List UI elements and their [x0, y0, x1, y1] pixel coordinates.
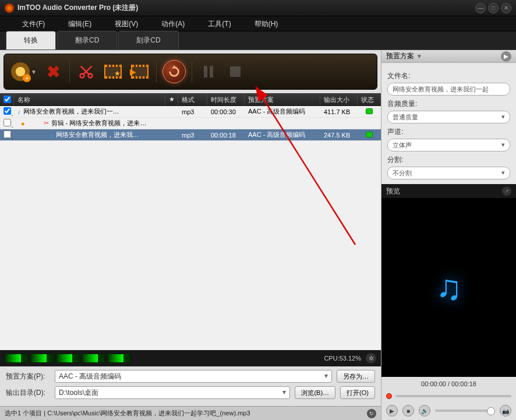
- col-star[interactable]: ★: [165, 93, 178, 105]
- menu-action[interactable]: 动作(A): [150, 16, 196, 31]
- tab-strip: 转换 翻录CD 刻录CD: [0, 31, 516, 50]
- channel-combo[interactable]: 立体声: [387, 139, 510, 151]
- convert-arrow-icon: [168, 65, 181, 78]
- menu-view[interactable]: 视图(V): [103, 16, 150, 31]
- select-all-checkbox[interactable]: [3, 96, 11, 103]
- tab-burn-cd[interactable]: 刻录CD: [118, 31, 178, 50]
- cut-button[interactable]: [76, 61, 97, 82]
- col-format[interactable]: 格式: [178, 93, 207, 105]
- status-text: 选中1 个项目 | C:\Users\pc\Music\网络安全教育视频，进来我…: [5, 409, 250, 418]
- right-panel-body: 文件名: 网络安全教育视频，进来我们一起 音频质量: 普通质量 声道: 立体声 …: [381, 63, 516, 184]
- split-combo[interactable]: 不分割: [387, 167, 510, 179]
- bottom-form: 预置方案(P): AAC - 高级音频编码 另存为… 输出目录(D): D:\t…: [0, 366, 381, 406]
- right-panel-header: 预置方案 ▼ ▶: [381, 50, 516, 63]
- volume-slider[interactable]: [435, 410, 495, 412]
- audio-meter-icon: [56, 354, 79, 363]
- popout-icon[interactable]: ↗: [502, 186, 511, 196]
- profile-combo[interactable]: AAC - 高级音频编码: [55, 370, 332, 383]
- window-title: ImTOO Audio Converter Pro (未注册): [17, 3, 475, 13]
- x-icon: ✖: [47, 62, 60, 82]
- row-checkbox[interactable]: [3, 107, 11, 115]
- row-fmt: mp3: [178, 108, 207, 115]
- row-status: [358, 108, 381, 115]
- browse-button[interactable]: 浏览(B)…: [295, 386, 335, 399]
- profile-label: 预置方案(P):: [6, 372, 50, 382]
- row-name: 网络安全教育视频，进来我们一…: [23, 107, 119, 116]
- chevron-down-icon[interactable]: ▼: [416, 53, 422, 59]
- row-prof: AAC - 高级音频编码: [245, 130, 320, 139]
- audio-meter-icon: [30, 354, 54, 363]
- channel-label: 声道:: [387, 127, 510, 137]
- split-label: 分割:: [387, 155, 510, 165]
- row-checkbox[interactable]: [3, 130, 11, 138]
- filename-label: 文件名:: [387, 71, 510, 81]
- effects-button[interactable]: ★: [103, 61, 123, 82]
- stop-preview-button[interactable]: ■: [402, 405, 414, 417]
- merge-button[interactable]: ▶: [129, 61, 150, 82]
- tab-rip-cd[interactable]: 翻录CD: [57, 31, 117, 50]
- disc-add-icon: [11, 62, 30, 81]
- preview-video[interactable]: ♫: [381, 198, 516, 377]
- col-size[interactable]: 输出大小: [320, 93, 358, 105]
- settings-icon[interactable]: ✲: [366, 353, 376, 363]
- film-star-icon: ★: [104, 65, 122, 79]
- right-panel-title: 预置方案: [386, 51, 414, 61]
- col-duration[interactable]: 时间长度: [207, 93, 245, 105]
- table-row[interactable]: ♪网络安全教育视频，进来我们一…mp300:00:30AAC - 高级音频编码4…: [0, 106, 381, 118]
- table-row[interactable]: ♪网络安全教育视频，进来我…mp300:00:18AAC - 高级音频编码247…: [0, 129, 381, 141]
- scissors-icon: ✂: [44, 119, 49, 127]
- preview-panel: 预览 ↗ ♫ 00:00:00 / 00:00:18 ▶ ■ 🔊 📷: [381, 184, 516, 420]
- col-name[interactable]: 名称: [14, 93, 165, 105]
- pause-button[interactable]: [198, 61, 219, 82]
- table-row[interactable]: ●✂剪辑 - 网络安全教育视频，进来…: [0, 118, 381, 129]
- cpu-usage: CPU:53.12%: [324, 355, 361, 362]
- progress-icon[interactable]: ↻: [367, 409, 376, 418]
- title-bar: ImTOO Audio Converter Pro (未注册) — □ ✕: [0, 0, 516, 16]
- snapshot-button[interactable]: 📷: [500, 405, 511, 417]
- preview-time: 00:00:00 / 00:00:18: [381, 377, 516, 391]
- stop-icon: [230, 66, 241, 77]
- expand-icon[interactable]: ▶: [501, 51, 511, 62]
- minimize-button[interactable]: —: [475, 3, 486, 13]
- filename-field[interactable]: 网络安全教育视频，进来我们一起: [387, 83, 510, 96]
- menu-file[interactable]: 文件(F): [10, 16, 56, 31]
- chevron-down-icon: ▼: [31, 69, 37, 75]
- audio-meter-icon: [107, 354, 130, 363]
- save-as-button[interactable]: 另存为…: [337, 370, 375, 383]
- add-file-button[interactable]: ▼: [11, 61, 37, 82]
- stop-button[interactable]: [225, 61, 246, 82]
- music-note-icon: ♫: [436, 267, 462, 308]
- meter-bar: CPU:53.12% ✲: [0, 350, 381, 366]
- remove-button[interactable]: ✖: [43, 61, 63, 82]
- quality-label: 音频质量:: [387, 99, 510, 109]
- status-led-icon: [366, 132, 373, 137]
- status-led-icon: [366, 108, 373, 114]
- output-combo[interactable]: D:\tools\桌面: [55, 386, 290, 399]
- menu-help[interactable]: 帮助(H): [243, 16, 290, 31]
- row-checkbox[interactable]: [3, 119, 11, 126]
- audio-meter-icon: [82, 354, 105, 363]
- menu-edit[interactable]: 编辑(E): [56, 16, 103, 31]
- preview-controls: ▶ ■ 🔊 📷: [381, 401, 516, 420]
- volume-icon[interactable]: 🔊: [419, 405, 430, 417]
- record-icon[interactable]: [386, 393, 392, 399]
- row-size: 247.5 KB: [320, 132, 358, 139]
- maximize-button[interactable]: □: [488, 3, 499, 13]
- quality-combo[interactable]: 普通质量: [387, 111, 510, 123]
- seek-track[interactable]: [395, 395, 511, 397]
- close-button[interactable]: ✕: [501, 3, 511, 13]
- row-dur: 00:00:18: [207, 132, 245, 139]
- app-logo-icon: [5, 3, 14, 13]
- toolbar: ▼ ✖ ★ ▶: [3, 54, 377, 90]
- menu-tools[interactable]: 工具(T): [196, 16, 242, 31]
- col-profile[interactable]: 预置方案: [245, 93, 320, 105]
- tab-convert[interactable]: 转换: [6, 31, 56, 50]
- scissors-icon: [78, 63, 94, 80]
- col-status[interactable]: 状态: [358, 93, 381, 105]
- convert-button[interactable]: [162, 60, 186, 83]
- file-list[interactable]: ♪网络安全教育视频，进来我们一…mp300:00:30AAC - 高级音频编码4…: [0, 106, 381, 350]
- play-button[interactable]: ▶: [386, 405, 398, 417]
- open-button[interactable]: 打开(O): [340, 386, 375, 399]
- preview-seek[interactable]: [381, 391, 516, 401]
- row-dur: 00:00:30: [207, 108, 245, 115]
